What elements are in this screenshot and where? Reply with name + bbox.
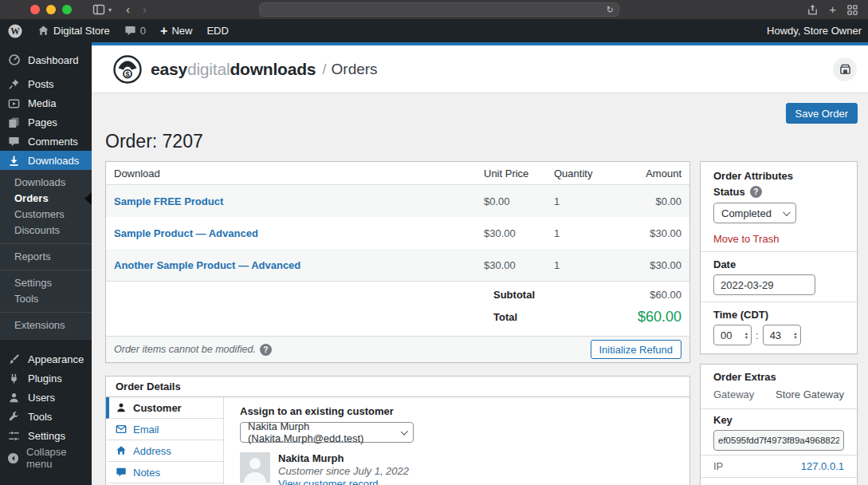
time-hour-input[interactable] — [721, 329, 736, 341]
product-link[interactable]: Another Sample Product — Advanced — [114, 259, 300, 271]
total-value: $60.00 — [613, 309, 681, 325]
svg-text:W: W — [10, 26, 20, 35]
submenu-item-tools[interactable]: Tools — [0, 291, 92, 307]
share-icon[interactable] — [807, 4, 819, 16]
sidebar-item-pages[interactable]: Pages — [0, 112, 92, 132]
time-colon: : — [756, 329, 759, 341]
forward-button[interactable]: › — [136, 0, 153, 19]
sidebar-toggle-icon[interactable] — [92, 3, 105, 16]
product-link[interactable]: Sample FREE Product — [114, 195, 223, 207]
spinner-arrows-icon[interactable]: ▴▾ — [745, 331, 748, 340]
status-select[interactable]: Completed — [713, 203, 796, 223]
sidebar-item-plugins[interactable]: Plugins — [0, 369, 92, 388]
back-button[interactable]: ‹ — [120, 0, 136, 19]
store-button[interactable] — [833, 57, 857, 81]
tab-overview-icon[interactable] — [846, 4, 858, 16]
sidebar-item-tools[interactable]: Tools — [0, 407, 92, 426]
tab-address[interactable]: Address — [106, 440, 223, 462]
edd-menu[interactable]: EDD — [199, 19, 235, 42]
initialize-refund-button[interactable]: Initialize Refund — [591, 340, 682, 359]
settings-icon — [7, 430, 21, 442]
move-to-trash-link[interactable]: Move to Trash — [713, 233, 779, 245]
date-input[interactable] — [713, 274, 815, 295]
tab-customer[interactable]: Customer — [106, 397, 223, 419]
ip-address-link[interactable]: 127.0.0.1 — [801, 460, 844, 472]
sidebar-item-comments[interactable]: Comments — [0, 132, 92, 151]
time-minute-stepper[interactable]: ▴▾ — [763, 325, 801, 345]
status-label: Status — [713, 186, 745, 198]
edd-header: $ easydigitaldownloads /Orders — [92, 45, 868, 93]
submenu-item-discounts[interactable]: Discounts — [0, 223, 92, 239]
tab-notes[interactable]: Notes — [106, 462, 223, 483]
ip-label: IP — [713, 460, 723, 472]
column-amount: Amount — [623, 168, 681, 179]
time-hour-stepper[interactable]: ▴▾ — [713, 325, 752, 345]
submenu-item-reports[interactable]: Reports — [0, 249, 92, 265]
submenu-item-customers[interactable]: Customers — [0, 207, 92, 223]
screen: ▾ ‹ › ↻ + W Digital Store 0 — [0, 0, 868, 485]
minimize-window-button[interactable] — [46, 5, 56, 14]
site-name: Digital Store — [53, 25, 110, 37]
sidebar-item-posts[interactable]: Posts — [0, 74, 92, 93]
tab-email[interactable]: Email — [106, 419, 223, 440]
payment-key-input[interactable] — [713, 430, 844, 451]
table-row: Sample Product — Advanced $30.00 1 $30.0… — [106, 217, 689, 249]
items-card-footer: Order items cannot be modified. ? Initia… — [106, 336, 689, 362]
chevron-down-icon — [783, 208, 791, 216]
sidebar-item-settings[interactable]: Settings — [0, 426, 92, 445]
order-details-title: Order Details — [106, 377, 689, 397]
chevron-down-icon[interactable]: ▾ — [108, 6, 112, 14]
pages-icon — [7, 116, 21, 128]
collapse-menu-button[interactable]: Collapse menu — [0, 448, 92, 467]
order-attributes-card: Order Attributes Status ? Completed — [700, 161, 858, 354]
sidebar-item-appearance[interactable]: Appearance — [0, 349, 92, 369]
new-label: New — [171, 25, 192, 37]
submenu-item-extensions[interactable]: Extensions — [0, 317, 92, 333]
comments-menu[interactable]: 0 — [117, 19, 153, 42]
view-customer-record-link[interactable]: View customer record — [278, 478, 378, 485]
sidebar-item-users[interactable]: Users — [0, 388, 92, 407]
sidebar-item-downloads[interactable]: Downloads — [0, 151, 92, 170]
date-label: Date — [713, 258, 844, 270]
avatar — [240, 452, 270, 483]
howdy-menu[interactable]: Howdy, Store Owner — [767, 25, 868, 37]
close-window-button[interactable] — [30, 5, 40, 14]
column-unit-price: Unit Price — [484, 168, 554, 179]
edd-logo: $ — [112, 54, 143, 85]
home-icon — [37, 25, 49, 37]
quantity-cell: 1 — [554, 227, 623, 239]
order-extras-title: Order Extras — [701, 365, 857, 385]
time-minute-input[interactable] — [770, 329, 786, 341]
submenu-item-settings[interactable]: Settings — [0, 275, 92, 291]
sidebar-item-dashboard[interactable]: Dashboard — [0, 50, 92, 69]
product-link[interactable]: Sample Product — Advanced — [114, 227, 258, 239]
url-field[interactable]: ↻ — [259, 2, 619, 17]
order-items-card: Download Unit Price Quantity Amount Samp… — [105, 161, 690, 363]
customer-select[interactable]: Nakita Murph (Nakita.Murph@edd.test) — [240, 422, 414, 443]
subtotal-label: Subtotal — [493, 289, 613, 301]
help-icon[interactable]: ? — [260, 344, 272, 356]
collapse-icon — [7, 452, 19, 464]
order-totals: Subtotal $60.00 Total $60.00 — [106, 281, 689, 336]
new-tab-button[interactable]: + — [829, 0, 836, 19]
submenu-item-downloads[interactable]: Downloads — [0, 175, 92, 191]
submenu-item-orders[interactable]: Orders — [0, 191, 92, 207]
user-icon — [7, 392, 21, 404]
table-row: Another Sample Product — Advanced $30.00… — [106, 249, 689, 281]
column-download: Download — [114, 168, 484, 179]
svg-text:$: $ — [125, 69, 129, 77]
reload-icon[interactable]: ↻ — [607, 5, 614, 15]
spinner-arrows-icon[interactable]: ▴▾ — [794, 331, 796, 340]
plus-icon: + — [160, 24, 167, 38]
envelope-icon — [116, 424, 127, 435]
new-content-menu[interactable]: + New — [153, 19, 199, 42]
zoom-window-button[interactable] — [62, 5, 72, 14]
table-row: Sample FREE Product $0.00 1 $0.00 — [106, 185, 689, 217]
sidebar-item-media[interactable]: Media — [0, 93, 92, 112]
pin-icon — [7, 78, 21, 90]
wp-logo-menu[interactable]: W — [0, 19, 30, 42]
customer-name: Nakita Murph — [278, 452, 409, 464]
save-order-button[interactable]: Save Order — [786, 103, 858, 124]
site-name-menu[interactable]: Digital Store — [30, 19, 117, 42]
help-icon[interactable]: ? — [750, 186, 762, 198]
